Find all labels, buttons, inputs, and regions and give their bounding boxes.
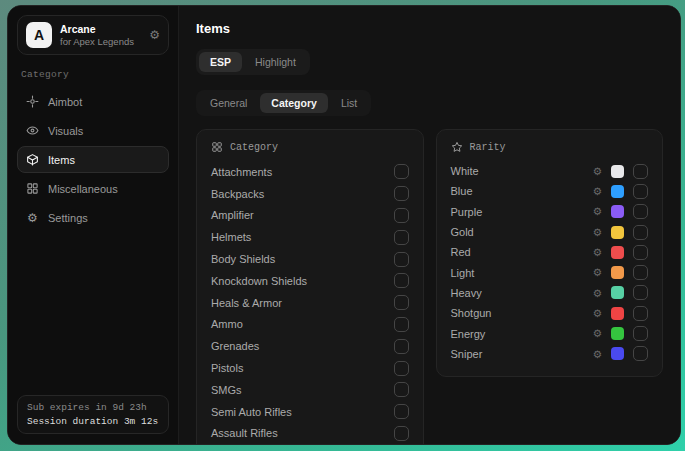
rarity-color-swatch[interactable]	[611, 266, 624, 279]
rarity-color-swatch[interactable]	[611, 286, 624, 299]
sidebar-item-label: Miscellaneous	[48, 183, 118, 195]
category-checkbox[interactable]	[394, 426, 409, 441]
category-checkbox[interactable]	[394, 317, 409, 332]
category-row: Assault Rifles	[211, 423, 409, 444]
category-checkbox[interactable]	[394, 339, 409, 354]
gear-icon[interactable]: ⚙	[593, 308, 602, 319]
sidebar-item-label: Settings	[48, 212, 88, 224]
app-subtitle: for Apex Legends	[60, 36, 141, 48]
gear-icon[interactable]: ⚙	[593, 328, 602, 339]
category-label: Body Shields	[211, 253, 394, 265]
sidebar-item-items[interactable]: Items	[17, 146, 169, 173]
category-row: Heals & Armor	[211, 292, 409, 314]
category-row: Knockdown Shields	[211, 270, 409, 292]
category-label: Attachments	[211, 166, 394, 178]
rarity-label: Red	[451, 246, 593, 258]
sidebar-item-miscellaneous[interactable]: Miscellaneous	[17, 175, 169, 202]
rarity-checkbox[interactable]	[633, 164, 648, 179]
rarity-color-swatch[interactable]	[611, 185, 624, 198]
rarity-checkbox[interactable]	[633, 326, 648, 341]
gear-icon[interactable]: ⚙	[149, 29, 160, 41]
category-checkbox[interactable]	[394, 382, 409, 397]
rarity-checkbox[interactable]	[633, 204, 648, 219]
rarity-color-swatch[interactable]	[611, 165, 624, 178]
category-checkbox[interactable]	[394, 252, 409, 267]
tab-category[interactable]: Category	[260, 93, 328, 113]
category-label: Assault Rifles	[211, 427, 394, 439]
tab-list[interactable]: List	[330, 93, 368, 113]
app-name: Arcane	[60, 23, 141, 36]
rarity-row: Red ⚙	[451, 242, 649, 262]
gear-icon[interactable]: ⚙	[593, 227, 602, 238]
app-header-card: A Arcane for Apex Legends ⚙	[17, 15, 169, 55]
sidebar-section-label: Category	[21, 69, 165, 80]
gear-icon[interactable]: ⚙	[593, 166, 602, 177]
panels-row: Category Attachments Backpacks Amplifier…	[196, 129, 663, 444]
category-label: Ammo	[211, 318, 394, 330]
tab-bar: General Category List	[196, 90, 371, 116]
tab-general[interactable]: General	[199, 93, 258, 113]
category-list: Attachments Backpacks Amplifier Helmets …	[211, 161, 409, 444]
rarity-label: White	[451, 165, 593, 177]
rarity-label: Purple	[451, 206, 593, 218]
category-label: SMGs	[211, 384, 394, 396]
category-panel: Category Attachments Backpacks Amplifier…	[196, 129, 424, 444]
sidebar-item-settings[interactable]: ⚙ Settings	[17, 204, 169, 231]
rarity-color-swatch[interactable]	[611, 246, 624, 259]
rarity-checkbox[interactable]	[633, 225, 648, 240]
category-label: Helmets	[211, 231, 394, 243]
category-checkbox[interactable]	[394, 295, 409, 310]
category-label: Grenades	[211, 340, 394, 352]
eye-icon	[26, 124, 39, 137]
rarity-checkbox[interactable]	[633, 346, 648, 361]
rarity-checkbox[interactable]	[633, 306, 648, 321]
gear-icon[interactable]: ⚙	[593, 267, 602, 278]
category-panel-title: Category	[230, 142, 278, 153]
category-checkbox[interactable]	[394, 164, 409, 179]
sidebar-item-aimbot[interactable]: Aimbot	[17, 88, 169, 115]
gear-icon[interactable]: ⚙	[593, 186, 602, 197]
grid-icon	[211, 141, 223, 153]
mode-option-highlight[interactable]: Highlight	[244, 52, 307, 72]
mode-toggle: ESP Highlight	[196, 49, 310, 75]
desktop-background: { "app": { "name": "Arcane", "subtitle":…	[0, 0, 685, 451]
app-window: A Arcane for Apex Legends ⚙ Category Aim…	[7, 5, 681, 445]
rarity-checkbox[interactable]	[633, 285, 648, 300]
category-checkbox[interactable]	[394, 273, 409, 288]
gear-icon[interactable]: ⚙	[593, 349, 602, 360]
category-checkbox[interactable]	[394, 208, 409, 223]
gear-icon: ⚙	[26, 211, 39, 224]
category-label: Amplifier	[211, 209, 394, 221]
app-logo: A	[26, 22, 52, 48]
rarity-row: Purple ⚙	[451, 202, 649, 222]
rarity-row: White ⚙	[451, 161, 649, 181]
gear-icon[interactable]: ⚙	[593, 288, 602, 299]
rarity-panel-title: Rarity	[470, 142, 506, 153]
rarity-color-swatch[interactable]	[611, 226, 624, 239]
rarity-checkbox[interactable]	[633, 265, 648, 280]
sub-expires-text: Sub expires in 9d 23h	[27, 402, 159, 413]
rarity-checkbox[interactable]	[633, 184, 648, 199]
sidebar: A Arcane for Apex Legends ⚙ Category Aim…	[8, 6, 179, 444]
rarity-row: Gold ⚙	[451, 222, 649, 242]
category-checkbox[interactable]	[394, 186, 409, 201]
category-label: Semi Auto Rifles	[211, 406, 394, 418]
mode-option-esp[interactable]: ESP	[199, 52, 242, 72]
rarity-color-swatch[interactable]	[611, 205, 624, 218]
rarity-color-swatch[interactable]	[611, 307, 624, 320]
category-row: Amplifier	[211, 205, 409, 227]
category-checkbox[interactable]	[394, 361, 409, 376]
category-label: Heals & Armor	[211, 297, 394, 309]
rarity-label: Shotgun	[451, 307, 593, 319]
main-content: Items ESP Highlight General Category Lis…	[179, 6, 680, 444]
rarity-color-swatch[interactable]	[611, 327, 624, 340]
rarity-checkbox[interactable]	[633, 245, 648, 260]
rarity-label: Light	[451, 267, 593, 279]
gear-icon[interactable]: ⚙	[593, 206, 602, 217]
sidebar-item-visuals[interactable]: Visuals	[17, 117, 169, 144]
gear-icon[interactable]: ⚙	[593, 247, 602, 258]
category-checkbox[interactable]	[394, 404, 409, 419]
category-checkbox[interactable]	[394, 230, 409, 245]
rarity-color-swatch[interactable]	[611, 347, 624, 360]
category-row: Attachments	[211, 161, 409, 183]
